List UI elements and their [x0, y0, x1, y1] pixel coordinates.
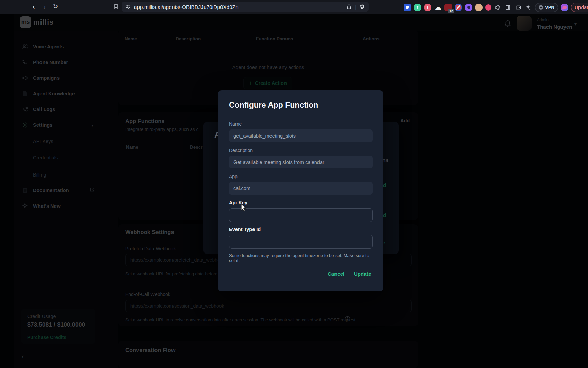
browser-update-menu-button[interactable]: Update	[571, 3, 588, 12]
event-type-id-label: Event Type Id	[229, 227, 261, 232]
name-value: get_available_meeting_slots	[233, 133, 296, 139]
app-field[interactable]: cal.com	[229, 182, 373, 195]
share-icon[interactable]	[346, 4, 352, 10]
app-label: App	[229, 174, 238, 179]
brave-shield-icon[interactable]	[359, 4, 365, 10]
extension-badge: 12	[448, 9, 454, 13]
bookmark-icon[interactable]	[112, 2, 120, 11]
cloud-extension-icon[interactable]: ☁	[434, 4, 442, 11]
wallet-icon[interactable]	[514, 4, 522, 11]
sidebar-toggle-icon[interactable]	[504, 4, 512, 11]
browser-toolbar: ‹ › ↻ app.millis.ai/agents/-OBIBDJJu70iD…	[0, 0, 588, 14]
blocker-extension-icon[interactable]	[455, 4, 462, 11]
modal-title: Configure App Function	[229, 101, 318, 110]
description-value: Get available meeting slots from calenda…	[233, 159, 324, 165]
red-t-extension-icon[interactable]: T	[424, 4, 431, 11]
reload-button[interactable]: ↻	[51, 2, 60, 11]
description-field[interactable]: Get available meeting slots from calenda…	[229, 156, 373, 168]
vpn-label: VPN	[545, 5, 554, 10]
back-button[interactable]: ‹	[29, 2, 38, 11]
vpn-status-icon	[539, 5, 543, 10]
update-label: Update	[575, 5, 588, 10]
badged-extension-icon[interactable]: 12	[444, 4, 452, 11]
purple-extension-icon[interactable]	[465, 4, 472, 11]
browser-profile-avatar[interactable]	[561, 4, 568, 11]
description-label: Description	[229, 148, 253, 153]
green-t-extension-icon[interactable]: t	[414, 4, 421, 11]
update-button[interactable]: Update	[354, 271, 371, 277]
name-label: Name	[229, 121, 242, 127]
screen: ‹ › ↻ app.millis.ai/agents/-OBIBDJJu70iD…	[0, 0, 588, 368]
api-key-input[interactable]	[229, 208, 373, 222]
pink-dot-extension-icon[interactable]	[485, 4, 491, 11]
avatar-extension-icon[interactable]	[475, 4, 483, 11]
bitwarden-extension-icon[interactable]	[404, 4, 411, 11]
app-value: cal.com	[233, 186, 250, 191]
leo-ai-sparkle-icon[interactable]	[525, 4, 532, 11]
event-type-id-input[interactable]	[229, 235, 373, 249]
mouse-cursor	[240, 204, 248, 212]
extension-row: t T ☁ 12	[404, 3, 588, 12]
divider: |	[355, 4, 356, 10]
forward-button[interactable]: ›	[40, 2, 49, 11]
vpn-button[interactable]: VPN	[535, 3, 558, 12]
configure-app-function-modal: Configure App Function Name get_availabl…	[218, 90, 383, 291]
url-text: app.millis.ai/agents/-OBIBDJJu70iDp0Xd9Z…	[134, 4, 239, 10]
address-bar[interactable]: app.millis.ai/agents/-OBIBDJJu70iDp0Xd9Z…	[122, 2, 369, 12]
tune-icon	[125, 4, 131, 10]
name-field[interactable]: get_available_meeting_slots	[229, 129, 373, 142]
cancel-button[interactable]: Cancel	[328, 271, 344, 277]
extensions-puzzle-icon[interactable]	[494, 4, 502, 11]
timezone-note: Some functions may require the agent tim…	[229, 253, 373, 263]
